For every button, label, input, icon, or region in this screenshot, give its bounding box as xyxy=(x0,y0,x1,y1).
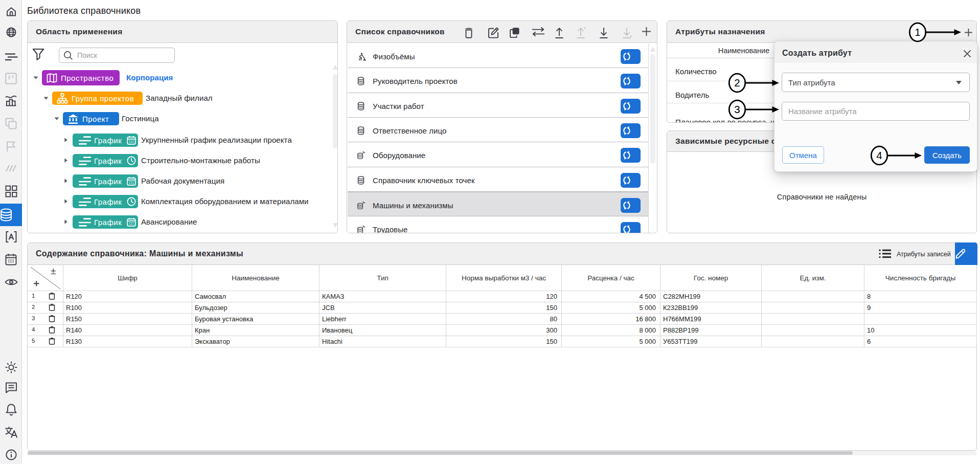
svg-text:3: 3 xyxy=(734,103,740,115)
svg-text:4: 4 xyxy=(876,149,882,161)
svg-text:1: 1 xyxy=(915,26,920,38)
svg-text:2: 2 xyxy=(734,77,740,89)
